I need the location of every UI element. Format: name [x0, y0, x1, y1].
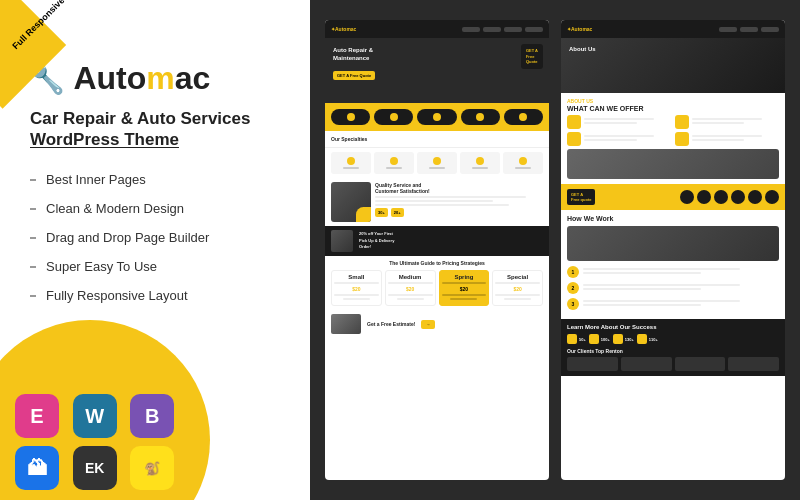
- sc2-hw-num-3: 3: [567, 298, 579, 310]
- plugin-icons: E W B 🏔 EK 🐒: [15, 394, 180, 490]
- logo-highlight: m: [146, 60, 174, 96]
- elementor-icon: E: [15, 394, 59, 438]
- sc2-howwork-img: [567, 226, 779, 261]
- left-panel: Full Responsive 🔧 Automac Car Repair & A…: [0, 0, 320, 500]
- sc2-client-logos: [567, 357, 779, 371]
- sc1-price-card-2: Medium $20: [385, 270, 436, 306]
- sc1-nav-dot: [462, 27, 480, 32]
- sc1-header: ✦Automac: [325, 20, 549, 38]
- sc1-pricing: The Ultimate Guide to Pricing Strategies…: [325, 256, 549, 310]
- sc1-quality-section: Quality Service andCustomer Satisfaction…: [325, 178, 549, 226]
- sc2-hw-lines-1: [583, 268, 779, 276]
- sc1-nav-dot: [525, 27, 543, 32]
- sc1-quality-text: Quality Service andCustomer Satisfaction…: [375, 182, 543, 217]
- sc2-client-logo-3: [675, 357, 726, 371]
- sc1-nav-dot: [504, 27, 522, 32]
- sc2-what-title: WHAT CAN WE OFFER: [567, 105, 779, 112]
- sc1-yb-item: [461, 109, 500, 125]
- sc1-nav: [462, 27, 543, 32]
- sc1-quote-badge: GET AFreeQuote: [521, 44, 543, 69]
- sc2-offer-icon-3: [567, 132, 581, 146]
- sc1-plan-name-3: Spring: [442, 274, 487, 280]
- sc2-offer-icon-4: [675, 132, 689, 146]
- feature-item-2: Clean & Modern Design: [30, 201, 209, 216]
- wordpress-icon: W: [73, 394, 117, 438]
- sc1-yb-item: [374, 109, 413, 125]
- sc2-offer-grid: [567, 115, 779, 146]
- sc2-offer-lines-3: [584, 135, 672, 143]
- sc1-yb-item: [417, 109, 456, 125]
- sc2-about-eyebrow: ABOUT US: [567, 98, 779, 104]
- sc2-brand: ✦Automac: [567, 26, 592, 32]
- sc2-header: ✦Automac: [561, 20, 785, 38]
- sc2-hw-step-3: 3: [567, 298, 779, 310]
- feature-item-5: Fully Responsive Layout: [30, 288, 209, 303]
- sc2-nav: [719, 27, 779, 32]
- pwa-icon: 🏔: [15, 446, 59, 490]
- sc2-learn: Learn More About Our Success 50+ 100+ 13…: [561, 319, 785, 376]
- sc1-spec-item: [460, 152, 500, 174]
- sc1-estimate-btn: →: [421, 320, 435, 329]
- sc2-yellow-bar: GET AFree quote: [561, 184, 785, 210]
- sc2-offer-lines-1: [584, 118, 672, 126]
- feature-item-1: Best Inner Pages: [30, 172, 209, 187]
- sc2-hw-step-2: 2: [567, 282, 779, 294]
- logo-text: Automac: [73, 60, 210, 97]
- sc2-stat-val-4: 110+: [649, 337, 658, 342]
- screenshot-2: ✦Automac About Us ABOUT US WHAT CAN WE O…: [561, 20, 785, 480]
- sc1-spec-items: [325, 148, 549, 178]
- sc2-offer-icon-2: [675, 115, 689, 129]
- sc1-hero-title: Auto Repair &Maintenance: [333, 46, 375, 63]
- sc2-nav-dot: [740, 27, 758, 32]
- sc2-yb-circle: [748, 190, 762, 204]
- sc1-estimate: Get a Free Estimate! →: [325, 310, 549, 338]
- sc2-stat-val-3: 130+: [625, 337, 634, 342]
- sc1-specialties-label: Our Specialties: [325, 131, 549, 148]
- sc2-nav-dot: [719, 27, 737, 32]
- tagline-sub: WordPress Theme: [30, 130, 250, 150]
- sc1-pricing-title: The Ultimate Guide to Pricing Strategies: [331, 260, 543, 266]
- sc2-stat-icon-1: [567, 334, 577, 344]
- sc2-offer-item-4: [675, 132, 780, 146]
- sc2-learn-title: Learn More About Our Success: [567, 324, 779, 330]
- sc2-stat-icon-2: [589, 334, 599, 344]
- sc2-hw-step-1: 1: [567, 266, 779, 278]
- sc1-promo-img: [331, 230, 353, 252]
- sc2-howwork-title: How We Work: [567, 215, 779, 222]
- logo-area: 🔧 Automac: [30, 60, 210, 97]
- sc2-hero: About Us: [561, 38, 785, 93]
- sc1-plan-name-2: Medium: [388, 274, 433, 280]
- sc1-price-card-3: Spring $20: [439, 270, 490, 306]
- sc2-hw-num-1: 1: [567, 266, 579, 278]
- sc2-stat-icon-4: [637, 334, 647, 344]
- sc2-offer-lines-2: [692, 118, 780, 126]
- tagline: Car Repair & Auto Services WordPress The…: [30, 108, 250, 150]
- sc2-howwork: How We Work 1 2 3: [561, 210, 785, 319]
- sc1-brand: ✦Automac: [331, 26, 356, 32]
- sc2-stat-val-1: 50+: [579, 337, 586, 342]
- feature-item-4: Super Easy To Use: [30, 259, 209, 274]
- sc2-client-logo-1: [567, 357, 618, 371]
- sc2-yb-circle: [697, 190, 711, 204]
- sc2-offer-item-2: [675, 115, 780, 129]
- sc1-price-card-4: Special $20: [492, 270, 543, 306]
- sc2-quote-badge: GET AFree quote: [567, 189, 595, 205]
- sc1-stat-2: 20+: [391, 208, 404, 217]
- sc2-stats-row: 50+ 100+ 130+ 110+: [567, 334, 779, 344]
- sc1-spec-item: [331, 152, 371, 174]
- sc2-stat-1: 50+: [567, 334, 586, 344]
- sc2-stat-2: 100+: [589, 334, 610, 344]
- sc2-about-img: [567, 149, 779, 179]
- feature-item-3: Drag and Drop Page Builder: [30, 230, 209, 245]
- sc2-stat-val-2: 100+: [601, 337, 610, 342]
- sc1-price-card-1: Small $20: [331, 270, 382, 306]
- right-panel: ✦Automac Auto Repair &Maintenance GET A …: [310, 0, 800, 500]
- feature-list: Best Inner Pages Clean & Modern Design D…: [30, 172, 209, 317]
- sc2-hero-label: About Us: [569, 46, 596, 52]
- sc1-promo: 20% off Your FirstPick Up & DeliveryOrde…: [325, 226, 549, 256]
- sc1-quote-btn: GET A Free Quote: [333, 71, 375, 80]
- sc1-plan-name-1: Small: [334, 274, 379, 280]
- tagline-main: Car Repair & Auto Services: [30, 108, 250, 130]
- ek-icon: EK: [73, 446, 117, 490]
- sc2-yb-circle: [765, 190, 779, 204]
